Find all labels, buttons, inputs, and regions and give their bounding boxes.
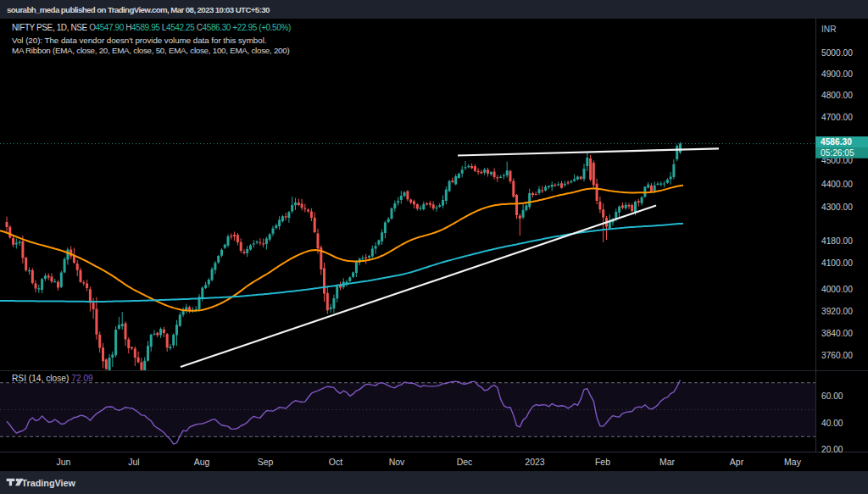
svg-text:INR: INR xyxy=(821,25,837,34)
svg-text:4300.00: 4300.00 xyxy=(821,203,853,212)
svg-text:3920.00: 3920.00 xyxy=(821,307,853,316)
svg-text:3760.00: 3760.00 xyxy=(821,351,853,360)
svg-text:4180.00: 4180.00 xyxy=(821,236,853,246)
svg-text:4400.00: 4400.00 xyxy=(821,180,853,189)
svg-text:TradingView: TradingView xyxy=(22,478,76,488)
svg-text:4100.00: 4100.00 xyxy=(821,258,853,268)
svg-text:4000.00: 4000.00 xyxy=(821,285,853,294)
svg-text:20.00: 20.00 xyxy=(821,445,843,454)
svg-text:NIFTY PSE, 1D, NSE O4547.90 H4: NIFTY PSE, 1D, NSE O4547.90 H4589.95 L45… xyxy=(12,23,291,32)
svg-text:60.00: 60.00 xyxy=(821,391,843,401)
svg-text:3840.00: 3840.00 xyxy=(821,329,853,338)
svg-text:4900.00: 4900.00 xyxy=(821,69,853,79)
svg-text:Aug: Aug xyxy=(194,457,210,467)
svg-text:Jul: Jul xyxy=(128,457,139,467)
svg-text:May: May xyxy=(784,457,802,467)
svg-text:Dec: Dec xyxy=(457,457,473,467)
svg-text:Vol (20): The data vendor does: Vol (20): The data vendor doesn't provid… xyxy=(12,36,266,45)
svg-text:Jun: Jun xyxy=(57,457,71,467)
svg-text:Nov: Nov xyxy=(389,457,405,467)
svg-text:sourabh_meda published on Trad: sourabh_meda published on TradingView.co… xyxy=(7,5,270,14)
svg-text:MA Ribbon (EMA, close, 20, EMA: MA Ribbon (EMA, close, 20, EMA, close, 5… xyxy=(12,46,289,55)
svg-text:40.00: 40.00 xyxy=(821,419,843,428)
svg-text:Oct: Oct xyxy=(329,457,342,467)
svg-text:05:26:05: 05:26:05 xyxy=(821,148,854,158)
svg-text:4700.00: 4700.00 xyxy=(821,113,853,122)
svg-text:2023: 2023 xyxy=(525,457,545,467)
svg-text:4800.00: 4800.00 xyxy=(821,91,853,100)
svg-text:Mar: Mar xyxy=(659,457,676,467)
svg-text:Apr: Apr xyxy=(730,457,744,467)
svg-text:RSI (14, close) 72.09: RSI (14, close) 72.09 xyxy=(12,374,93,383)
svg-text:5000.00: 5000.00 xyxy=(821,48,853,58)
svg-text:Sep: Sep xyxy=(258,457,274,467)
svg-text:4586.30: 4586.30 xyxy=(821,137,852,147)
svg-text:Feb: Feb xyxy=(595,457,610,467)
